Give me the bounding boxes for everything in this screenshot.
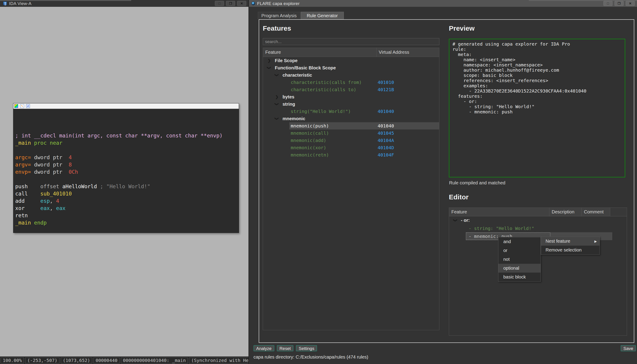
editor-feature-label: - string: "Hello World!" bbox=[469, 224, 534, 232]
status-segment: 100.00% bbox=[1, 358, 24, 364]
rule-status: Rule compiled and matched bbox=[449, 180, 505, 186]
feature-label: characteristic(calls from) bbox=[291, 79, 362, 86]
feature-row[interactable]: ❯mnemonic bbox=[263, 115, 439, 122]
restore-button[interactable]: ❐ bbox=[226, 1, 235, 6]
search-input[interactable] bbox=[263, 38, 439, 45]
feature-row[interactable]: ❯string bbox=[263, 100, 439, 108]
chevron-down-icon[interactable]: ❯ bbox=[273, 102, 281, 106]
status-segment: 0000000000401040: _main bbox=[121, 358, 188, 364]
ida-view-client: ✎ ⇄ ; int __cdecl main(int argc, const c… bbox=[0, 7, 249, 356]
editor-rows: ❯- or:- string: "Hello World!"- mnemonic… bbox=[449, 216, 627, 240]
header-filler bbox=[610, 208, 627, 216]
disassembly-line: argv= dword ptr 8 bbox=[15, 161, 239, 168]
window-controls: □❐✕ bbox=[603, 1, 635, 6]
feature-row[interactable]: string("Hello World!")401040 bbox=[263, 108, 439, 115]
editor-row[interactable]: - string: "Hello World!" bbox=[449, 224, 627, 232]
feature-row[interactable]: mnemonic(call)401045 bbox=[263, 130, 439, 137]
capa-button-row: AnalyzeResetSettings bbox=[254, 345, 317, 351]
virtual-address: 401040 bbox=[378, 108, 394, 115]
virtual-address: 40104D bbox=[378, 144, 394, 151]
chevron-down-icon[interactable]: ❯ bbox=[273, 117, 281, 120]
feature-label: Function/Basic Block Scope bbox=[275, 64, 336, 72]
feature-label: File Scope bbox=[275, 57, 298, 64]
feature-row[interactable]: characteristic(calls from)401010 bbox=[263, 79, 439, 86]
context-menu: Nest feature▶Remove selection bbox=[541, 236, 600, 255]
menu-item-remove-selection[interactable]: Remove selection bbox=[541, 246, 599, 254]
chevron-right-icon[interactable]: ❯ bbox=[275, 93, 278, 100]
capa-status-text: capa rules directory: C:/Exclusions/capa… bbox=[254, 354, 368, 360]
editor-feature-label: - or: bbox=[461, 216, 470, 224]
menu-item-and[interactable]: and bbox=[498, 237, 540, 246]
edit-icon[interactable]: ✎ bbox=[20, 104, 24, 108]
feature-row[interactable]: ❯characteristic bbox=[263, 72, 439, 79]
sync-icon[interactable]: ⇄ bbox=[26, 104, 30, 108]
capa-logo-icon bbox=[251, 2, 255, 5]
disassembly-line bbox=[15, 125, 239, 132]
feature-row[interactable]: mnemonic(push)401040 bbox=[263, 122, 439, 130]
chevron-down-icon[interactable]: ❯ bbox=[273, 74, 281, 77]
chevron-down-icon[interactable]: ❯ bbox=[266, 66, 273, 70]
status-segment: (1073,652) bbox=[61, 358, 92, 364]
disassembly-line: _main endp bbox=[15, 219, 239, 226]
column-feature[interactable]: Feature bbox=[449, 208, 549, 216]
menu-item-not[interactable]: not bbox=[498, 255, 540, 264]
settings-button[interactable]: Settings bbox=[296, 345, 317, 351]
feature-label: string bbox=[283, 100, 295, 108]
palette-icon[interactable] bbox=[14, 104, 18, 108]
feature-row[interactable]: mnemonic(add)40104A bbox=[263, 137, 439, 144]
analyze-button[interactable]: Analyze bbox=[254, 345, 274, 351]
editor-tree-header: Feature Description Comment bbox=[449, 208, 627, 216]
ida-view-titlebar[interactable]: IDA View-A □❐✕ bbox=[0, 0, 249, 7]
column-comment[interactable]: Comment bbox=[582, 208, 610, 216]
save-button[interactable]: Save bbox=[621, 345, 636, 351]
disassembly-line: envp= dword ptr 0Ch bbox=[15, 168, 239, 176]
feature-label: mnemonic(add) bbox=[291, 137, 326, 144]
feature-row[interactable]: ❯File Scope bbox=[263, 57, 439, 64]
disassembly-line bbox=[15, 176, 239, 183]
menu-item-optional[interactable]: optional bbox=[498, 264, 540, 272]
features-heading: Features bbox=[263, 24, 291, 32]
close-button[interactable]: ✕ bbox=[626, 1, 635, 6]
feature-row[interactable]: characteristic(calls to)40121B bbox=[263, 86, 439, 93]
feature-label: bytes bbox=[283, 93, 294, 100]
feature-label: characteristic bbox=[283, 72, 312, 79]
disassembly-line: add esp, 4 bbox=[15, 197, 239, 204]
column-virtual-address[interactable]: Virtual Address bbox=[376, 48, 439, 57]
features-tree: Feature Virtual Address ❯File Scope❯Func… bbox=[263, 48, 439, 330]
capa-titlebar[interactable]: FLARE capa explorer □❐✕ bbox=[249, 0, 637, 7]
disassembly-line: push offset aHelloWorld ; "Hello World!" bbox=[15, 183, 239, 190]
feature-label: mnemonic(call) bbox=[291, 130, 329, 137]
feature-row[interactable]: ❯bytes bbox=[263, 93, 439, 100]
tab-rule-generator[interactable]: Rule Generator bbox=[301, 12, 344, 19]
virtual-address: 401040 bbox=[378, 122, 394, 130]
tab-program-analysis[interactable]: Program Analysis bbox=[258, 12, 300, 19]
disassembly-line: xor eax, eax bbox=[15, 204, 239, 212]
maximize-button[interactable]: □ bbox=[603, 1, 612, 6]
column-feature[interactable]: Feature bbox=[263, 48, 376, 57]
editor-heading: Editor bbox=[449, 193, 469, 201]
submenu-arrow-icon: ▶ bbox=[594, 240, 597, 243]
ida-statusbar: 100.00%(-253,-507)(1073,652)000004400000… bbox=[0, 356, 249, 364]
nest-feature-submenu: andornotoptionalbasic block bbox=[498, 237, 541, 282]
chevron-right-icon[interactable]: ❯ bbox=[268, 57, 271, 64]
feature-row[interactable]: mnemonic(retn)40104F bbox=[263, 151, 439, 158]
preview-box[interactable]: # generated using capa explorer for IDA … bbox=[449, 39, 625, 177]
menu-item-nest-feature[interactable]: Nest feature▶ bbox=[541, 237, 599, 246]
menu-item-or[interactable]: or bbox=[498, 246, 540, 255]
editor-row[interactable]: ❯- or: bbox=[449, 216, 627, 224]
column-description[interactable]: Description bbox=[549, 208, 582, 216]
feature-row[interactable]: mnemonic(xor)40104D bbox=[263, 144, 439, 151]
close-button[interactable]: ✕ bbox=[237, 1, 246, 6]
restore-button[interactable]: ❐ bbox=[614, 1, 623, 6]
disassembly-window[interactable]: ✎ ⇄ ; int __cdecl main(int argc, const c… bbox=[13, 103, 239, 233]
disassembly-line: _main proc near bbox=[15, 139, 239, 146]
maximize-button[interactable]: □ bbox=[215, 1, 224, 6]
feature-row[interactable]: ❯Function/Basic Block Scope bbox=[263, 64, 439, 72]
reset-button[interactable]: Reset bbox=[277, 345, 294, 351]
disassembly-code[interactable]: ; int __cdecl main(int argc, const char … bbox=[14, 109, 239, 226]
feature-label: characteristic(calls to) bbox=[291, 86, 356, 93]
chevron-down-icon[interactable]: ❯ bbox=[451, 219, 459, 222]
menu-item-basic-block[interactable]: basic block bbox=[498, 272, 540, 282]
disassembly-line bbox=[15, 110, 239, 118]
disassembly-line: retn bbox=[15, 212, 239, 219]
